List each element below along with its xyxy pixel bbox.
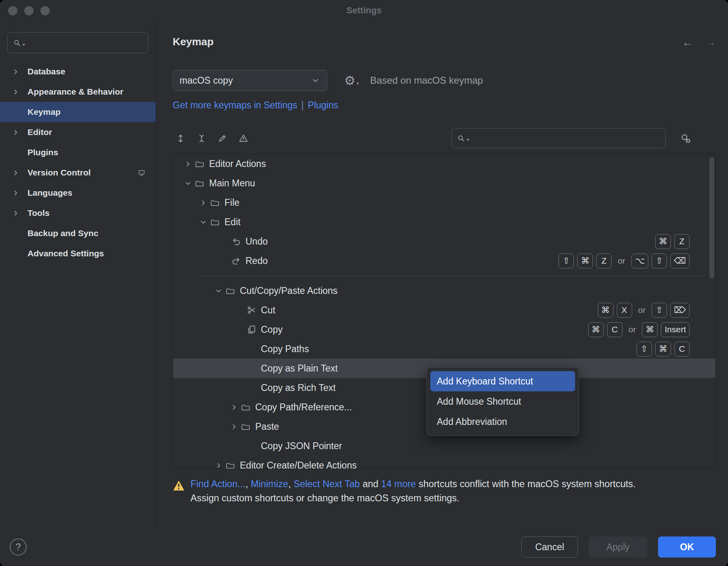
sidebar-item-label: Advanced Settings [28, 249, 104, 258]
sidebar-item-languages[interactable]: Languages [0, 183, 156, 203]
search-icon [13, 39, 21, 46]
key-cap: X [617, 303, 632, 318]
tree-row[interactable]: Editor Create/Delete Actions [173, 456, 715, 469]
key-cap: ⌥ [631, 253, 648, 268]
sidebar-item-keymap[interactable]: Keymap [0, 102, 156, 122]
tree-row[interactable]: Cut/Copy/Paste Actions [173, 281, 715, 300]
tree-row[interactable]: Edit [173, 212, 715, 232]
chevron-right-icon[interactable] [198, 199, 208, 206]
shortcut-keys: ⌘ C or ⌘ Insert [588, 322, 690, 337]
sidebar-item-database[interactable]: Database [0, 61, 156, 82]
chevron-right-icon[interactable] [183, 161, 193, 167]
tree-row[interactable]: Undo ⌘ Z [173, 232, 715, 251]
sidebar-item-advanced-settings[interactable]: Advanced Settings [0, 243, 156, 264]
help-icon[interactable]: ? [10, 539, 27, 555]
plugins-link[interactable]: Plugins [308, 100, 338, 111]
show-conflicts-icon[interactable] [236, 131, 251, 146]
tree-toolbar: ▾ [173, 128, 716, 149]
tree-row[interactable]: Copy ⌘ C or ⌘ Insert [173, 320, 715, 339]
chevron-right-icon[interactable] [12, 210, 28, 217]
chevron-down-icon[interactable] [214, 287, 223, 294]
tree-row[interactable]: Copy Paths ⇧ ⌘ C [173, 339, 715, 359]
find-by-shortcut-icon[interactable] [678, 131, 693, 146]
or-label: or [618, 256, 625, 266]
tree-row[interactable]: Editor Actions [173, 154, 715, 173]
edit-shortcut-icon[interactable] [215, 131, 230, 146]
tree-row-label: Main Menu [209, 178, 255, 189]
tree-row[interactable]: Main Menu [173, 173, 715, 193]
chevron-right-icon[interactable] [12, 89, 28, 95]
zoom-button[interactable] [40, 6, 50, 15]
tree-row[interactable]: Copy JSON Pointer [173, 436, 715, 456]
back-icon[interactable]: ← [682, 36, 693, 49]
tree-row-label: Copy [261, 324, 283, 335]
chevron-right-icon[interactable] [214, 462, 223, 469]
apply-button[interactable]: Apply [588, 536, 648, 558]
expand-all-icon[interactable] [173, 131, 188, 146]
cut-icon [247, 306, 257, 315]
chevron-right-icon[interactable] [12, 190, 28, 196]
search-options-button[interactable]: ▾ [23, 42, 25, 47]
tree-row-label: Cut/Copy/Paste Actions [240, 285, 338, 296]
key-cap: ⇧ [652, 253, 667, 268]
shortcut-keys: ⇧ ⌘ C [637, 342, 690, 357]
key-cap: Insert [661, 322, 690, 337]
keymap-select-value: macOS copy [180, 75, 233, 86]
chevron-down-icon[interactable] [183, 180, 193, 187]
more-shortcuts-link[interactable]: 14 more [381, 479, 416, 489]
chevron-down-icon[interactable] [198, 219, 208, 226]
key-cap: ⌦ [670, 303, 690, 318]
sidebar-search-input[interactable] [27, 38, 142, 48]
chevron-right-icon[interactable] [12, 169, 28, 176]
forward-icon[interactable]: → [705, 36, 716, 49]
menu-item-add-mouse-shortcut[interactable]: Add Mouse Shortcut [430, 391, 575, 412]
tree-row-label: Undo [245, 236, 268, 247]
sidebar-item-backup-and-sync[interactable]: Backup and Sync [0, 223, 156, 243]
sidebar-item-appearance-behavior[interactable]: Appearance & Behavior [0, 82, 156, 102]
titlebar: Settings [0, 0, 728, 21]
tree-row-label: Copy Paths [261, 344, 309, 355]
tree-row-label: Copy as Plain Text [261, 363, 338, 374]
text: shortcuts conflict with the macOS system… [416, 479, 635, 489]
collapse-all-icon[interactable] [194, 131, 209, 146]
folder-icon [195, 179, 205, 188]
get-more-keymaps-link[interactable]: Get more keymaps in Settings [173, 100, 297, 111]
ok-button[interactable]: OK [658, 536, 716, 558]
chevron-right-icon[interactable] [12, 68, 28, 75]
sidebar-item-label: Appearance & Behavior [28, 87, 123, 97]
tree-row-label: Edit [224, 217, 241, 228]
folder-icon [211, 218, 220, 226]
key-cap: ⌘ [588, 322, 604, 337]
sidebar-search-field[interactable]: ▾ [7, 32, 148, 53]
minimize-link[interactable]: Minimize [251, 479, 288, 489]
chevron-right-icon[interactable] [229, 423, 239, 430]
close-button[interactable] [8, 6, 17, 15]
action-search-field[interactable]: ▾ [451, 128, 666, 148]
sidebar-item-editor[interactable]: Editor [0, 122, 156, 142]
menu-item-add-keyboard-shortcut[interactable]: Add Keyboard Shortcut [430, 371, 575, 391]
find-action-link[interactable]: Find Action... [190, 479, 245, 489]
tree-scrollbar[interactable] [709, 157, 714, 279]
based-on-label: Based on macOS keymap [370, 75, 483, 86]
key-cap: ⇧ [652, 303, 667, 318]
tree-row[interactable]: Cut ⌘ X or ⇧ ⌦ [173, 300, 715, 320]
tree-row[interactable]: File [173, 193, 715, 212]
chevron-right-icon[interactable] [12, 129, 28, 136]
sidebar-item-version-control[interactable]: Version Control [0, 163, 156, 183]
conflict-warning-text: Find Action..., Minimize, Select Next Ta… [190, 477, 636, 505]
tree-row[interactable]: Redo ⇧ ⌘ Z or ⌥ ⇧ ⌫ [173, 251, 715, 270]
action-search-input[interactable] [471, 133, 660, 143]
sidebar-item-label: Keymap [28, 107, 61, 117]
cancel-button[interactable]: Cancel [521, 536, 578, 558]
sidebar-item-tools[interactable]: Tools [0, 203, 156, 223]
select-next-tab-link[interactable]: Select Next Tab [294, 479, 360, 489]
keymap-options-button[interactable]: ⚙ ▾ [344, 74, 359, 87]
chevron-right-icon[interactable] [229, 404, 239, 411]
search-options-button[interactable]: ▾ [467, 137, 469, 142]
menu-item-add-abbreviation[interactable]: Add Abbreviation [430, 412, 575, 432]
keymap-select[interactable]: macOS copy [173, 70, 327, 91]
key-cap: ⌘ [598, 303, 614, 318]
tree-row-label: Editor Create/Delete Actions [240, 460, 357, 469]
sidebar-item-plugins[interactable]: Plugins [0, 142, 156, 163]
minimize-button[interactable] [24, 6, 34, 15]
